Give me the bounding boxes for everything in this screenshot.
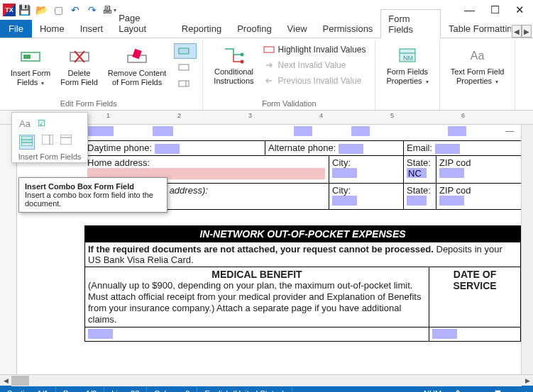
fit-width-icon[interactable]: ⇔ bbox=[444, 388, 451, 392]
form-field[interactable] bbox=[88, 329, 113, 339]
form-field[interactable] bbox=[294, 126, 312, 136]
tab-file[interactable]: File bbox=[0, 20, 32, 38]
scroll-thumb[interactable] bbox=[11, 376, 29, 386]
insert-form-field-icon bbox=[19, 46, 42, 67]
ruler-num: 3 bbox=[248, 112, 252, 119]
text-field-icon[interactable]: Aa bbox=[19, 118, 31, 129]
tab-page-layout[interactable]: Page Layout bbox=[111, 9, 174, 38]
form-field[interactable] bbox=[155, 144, 180, 154]
props-l2: Properties ▾ bbox=[386, 77, 428, 86]
insert-form-l2: Fields ▾ bbox=[17, 78, 44, 88]
small-form-btn-1[interactable] bbox=[174, 43, 197, 59]
checkbox-field-icon[interactable]: ☑ bbox=[38, 118, 45, 129]
scroll-track[interactable] bbox=[11, 375, 522, 386]
small-form-btn-3[interactable] bbox=[174, 76, 197, 91]
flyout-label: Insert Form Fields bbox=[15, 151, 84, 161]
svg-rect-22 bbox=[60, 135, 72, 145]
delete-form-l1: Delete bbox=[68, 69, 91, 78]
ruler-num: 4 bbox=[319, 112, 323, 119]
medical-benefit-head: MEDICAL BENEFIT bbox=[88, 269, 426, 280]
tooltip-body: Insert a combo box form field into the d… bbox=[25, 191, 153, 208]
zoom-out-icon[interactable]: − bbox=[464, 389, 468, 392]
svg-rect-7 bbox=[179, 48, 189, 54]
highlight-invalid-button[interactable]: Highlight Invalid Values bbox=[259, 42, 370, 57]
app-logo-icon: TX bbox=[3, 4, 16, 16]
form-field[interactable] bbox=[435, 144, 460, 154]
date-field-icon[interactable] bbox=[60, 135, 72, 150]
conditional-instructions-button[interactable]: Conditional Instructions bbox=[209, 42, 258, 89]
undo-icon[interactable]: ↶ bbox=[70, 4, 81, 16]
form-field[interactable] bbox=[432, 329, 457, 339]
ruler-num: 2 bbox=[177, 112, 181, 119]
cond-l2: Instructions bbox=[214, 77, 253, 86]
tab-form-fields[interactable]: Form Fields bbox=[380, 9, 441, 38]
tab-view[interactable]: View bbox=[280, 19, 315, 38]
form-field[interactable] bbox=[153, 126, 173, 136]
combobox-field-icon[interactable] bbox=[19, 135, 35, 150]
status-line[interactable]: Line: 23 bbox=[104, 386, 147, 392]
form-field[interactable] bbox=[88, 126, 114, 136]
new-icon[interactable]: ▢ bbox=[53, 4, 64, 16]
group-textprops-blank bbox=[476, 99, 478, 108]
window-controls: — ☐ ✕ bbox=[464, 4, 530, 16]
form-field[interactable] bbox=[339, 144, 363, 154]
form-field[interactable] bbox=[439, 196, 464, 206]
email-label: Email: bbox=[407, 142, 432, 153]
tab-permissions[interactable]: Permissions bbox=[315, 19, 381, 38]
fit-page-icon[interactable]: ⇕ bbox=[454, 388, 461, 392]
insert-form-l1: Insert Form bbox=[11, 69, 50, 78]
form-field[interactable] bbox=[448, 126, 466, 136]
zoom-thumb[interactable] bbox=[495, 390, 501, 393]
dropdown-field-icon[interactable] bbox=[42, 135, 53, 150]
document-page[interactable]: — Daytime phone: Alternate phone: Email:… bbox=[17, 125, 521, 374]
tab-scroll-right-icon[interactable]: ▶ bbox=[522, 25, 532, 38]
close-icon[interactable]: ✕ bbox=[515, 4, 524, 16]
minimize-icon[interactable]: — bbox=[464, 4, 475, 16]
delete-form-field-button[interactable]: Delete Form Field bbox=[55, 43, 103, 91]
form-field[interactable] bbox=[351, 126, 370, 136]
remove-content-button[interactable]: Remove Content of Form Fields bbox=[103, 43, 172, 91]
home-address-label: Home address: bbox=[87, 157, 150, 168]
prev-invalid-button[interactable]: Previous Invalid Value bbox=[259, 73, 370, 89]
delete-form-field-icon bbox=[68, 46, 91, 67]
form-field[interactable] bbox=[439, 168, 464, 178]
tab-home[interactable]: Home bbox=[32, 19, 72, 38]
text-form-field-properties-button[interactable]: Aa Text Form Field Properties ▾ bbox=[446, 42, 510, 89]
tooltip-title: Insert Combo Box Form Field bbox=[25, 182, 134, 191]
save-icon[interactable]: 💾 bbox=[18, 4, 30, 16]
scroll-right-icon[interactable]: ▶ bbox=[522, 375, 533, 386]
tab-scroll-left-icon[interactable]: ◀ bbox=[512, 25, 522, 38]
vertical-scrollbar[interactable] bbox=[521, 125, 533, 374]
city-label-2: City: bbox=[332, 185, 351, 196]
tab-insert[interactable]: Insert bbox=[72, 19, 111, 38]
tab-proofing[interactable]: Proofing bbox=[229, 19, 279, 38]
svg-rect-20 bbox=[42, 135, 53, 145]
form-field[interactable] bbox=[407, 196, 427, 206]
zoom-in-icon[interactable]: + bbox=[524, 389, 529, 392]
tab-reporting[interactable]: Reporting bbox=[174, 19, 229, 38]
form-fields-properties-button[interactable]: NM Form Fields Properties ▾ bbox=[381, 42, 433, 89]
maximize-icon[interactable]: ☐ bbox=[490, 4, 500, 16]
remove-content-icon bbox=[126, 46, 148, 67]
status-section[interactable]: Section: 1/1 bbox=[0, 386, 56, 392]
open-icon[interactable]: 📂 bbox=[35, 4, 47, 16]
state-value[interactable]: NC bbox=[407, 168, 427, 178]
form-field[interactable] bbox=[332, 168, 357, 178]
next-invalid-button[interactable]: Next Invalid Value bbox=[259, 57, 370, 73]
redo-icon[interactable]: ↷ bbox=[87, 4, 98, 16]
tab-table-formatting[interactable]: Table Formatting bbox=[441, 19, 512, 38]
properties-icon: NM bbox=[396, 45, 419, 66]
form-field[interactable] bbox=[332, 196, 357, 206]
status-column[interactable]: Column: 0 bbox=[147, 386, 197, 392]
props-l1: Form Fields bbox=[387, 67, 428, 77]
date-of-service-head: DATE OF SERVICE bbox=[432, 269, 517, 291]
status-page[interactable]: Page: 1/2 bbox=[56, 386, 104, 392]
small-form-btn-2[interactable] bbox=[174, 60, 197, 75]
status-language[interactable]: English (United States) bbox=[197, 386, 292, 392]
horizontal-scrollbar[interactable]: ◀ ▶ bbox=[0, 374, 533, 386]
state-label-2: State: bbox=[407, 185, 431, 196]
collapse-icon[interactable]: — bbox=[505, 126, 514, 136]
form-small-icon bbox=[177, 45, 190, 57]
scroll-left-icon[interactable]: ◀ bbox=[0, 375, 11, 386]
insert-form-fields-button[interactable]: Insert Form Fields ▾ bbox=[6, 43, 55, 91]
